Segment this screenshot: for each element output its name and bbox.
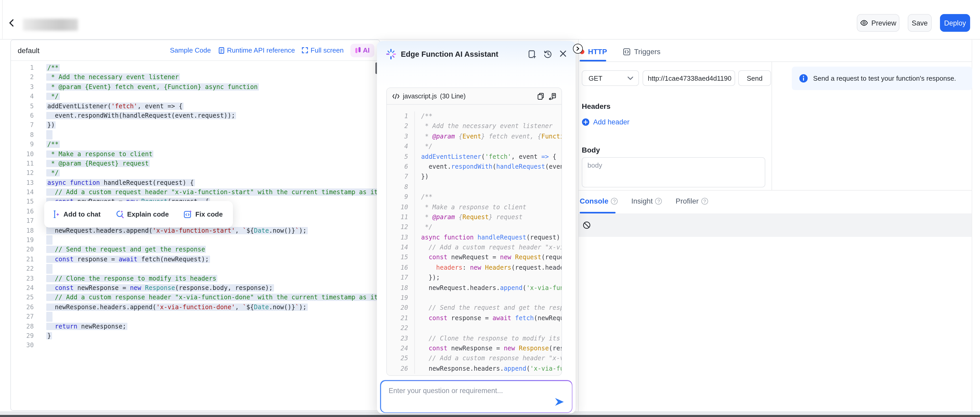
chevron-down-icon <box>627 76 633 80</box>
save-label: Save <box>912 19 928 27</box>
add-header-button[interactable]: Add header <box>582 118 630 126</box>
tab-insight[interactable]: Insight ? <box>631 197 662 205</box>
profiler-tab-label: Profiler <box>676 197 699 205</box>
insert-code-icon[interactable] <box>549 93 556 100</box>
help-icon[interactable]: ? <box>702 198 708 205</box>
editor-tab-default[interactable]: default <box>18 46 40 54</box>
full-screen-link[interactable]: Full screen <box>302 46 344 54</box>
ai-sparkle-icon <box>385 48 397 60</box>
body-section-label: Body <box>582 146 600 154</box>
document-icon <box>218 46 225 54</box>
fix-code-label: Fix code <box>195 210 223 218</box>
ai-bars-icon <box>355 46 361 54</box>
chevron-left-icon <box>6 17 18 29</box>
send-label: Send <box>747 74 763 82</box>
triggers-icon <box>622 48 630 56</box>
fullscreen-icon <box>302 47 309 54</box>
http-method-select[interactable]: GET <box>582 70 639 86</box>
code-card-header: javascript.js (30 Line) <box>387 88 562 105</box>
deploy-label: Deploy <box>944 19 966 27</box>
tab-triggers[interactable]: Triggers <box>622 47 660 56</box>
help-icon[interactable]: ? <box>611 198 617 205</box>
method-value: GET <box>589 74 602 82</box>
info-banner-text: Send a request to test your function's r… <box>813 74 956 82</box>
text-cursor-sparkle-icon <box>51 210 60 219</box>
headers-section-label: Headers <box>582 102 611 110</box>
triggers-tab-label: Triggers <box>634 47 660 56</box>
console-tabs: Console ? Insight ? Profiler ? <box>580 197 708 205</box>
http-tab-label: HTTP <box>588 47 607 56</box>
tab-http[interactable]: HTTP <box>580 47 607 56</box>
explain-code-menu-item[interactable]: Explain code <box>115 210 169 219</box>
new-conversation-icon[interactable] <box>528 50 537 59</box>
request-section-divider <box>772 62 772 190</box>
code-card-line-count: (30 Line) <box>440 93 466 100</box>
tab-console[interactable]: Console ? <box>580 197 617 205</box>
request-tabs: HTTP Triggers <box>580 42 660 61</box>
ai-assistant-title: Edge Function AI Assistant <box>401 50 498 58</box>
code-card-filename: javascript.js <box>403 93 437 100</box>
chevron-right-icon <box>576 46 580 51</box>
assistant-code-card: javascript.js (30 Line) 1/**2 * Add the … <box>386 88 562 376</box>
sample-code-label: Sample Code <box>170 46 211 54</box>
tabs-divider <box>579 61 972 62</box>
left-rail-divider <box>2 0 3 39</box>
magnifier-sparkle-icon <box>115 210 124 219</box>
explain-code-label: Explain code <box>127 210 169 218</box>
plus-circle-icon <box>582 118 590 126</box>
bottom-window-edge <box>0 415 980 417</box>
preview-label: Preview <box>871 19 896 27</box>
runtime-api-reference-label: Runtime API reference <box>227 46 295 54</box>
edge-function-editor-page: Preview Save Deploy default Sample Code … <box>0 0 980 417</box>
assistant-code-block[interactable]: 1/**2 * Add the necessary event listener… <box>387 105 562 376</box>
top-bar: Preview Save Deploy <box>0 0 980 40</box>
add-to-chat-menu-item[interactable]: Add to chat <box>51 210 100 219</box>
request-url-value: http://1cae47338aed4d1190 <box>648 74 732 82</box>
back-button[interactable] <box>6 17 18 29</box>
clear-console-icon[interactable] <box>583 221 590 229</box>
save-button[interactable]: Save <box>908 14 932 32</box>
send-message-icon[interactable] <box>554 396 564 407</box>
send-request-button[interactable]: Send <box>738 70 771 86</box>
fix-code-menu-item[interactable]: Fix code <box>183 210 223 219</box>
add-to-chat-label: Add to chat <box>64 210 100 218</box>
ai-badge-label: AI <box>363 46 370 54</box>
body-textarea[interactable]: body <box>582 157 765 187</box>
sample-code-link[interactable]: Sample Code <box>170 46 211 54</box>
chat-input-placeholder: Enter your question or requirement... <box>389 387 503 395</box>
copy-icon[interactable] <box>537 93 544 100</box>
help-icon[interactable]: ? <box>655 198 662 205</box>
request-url-input[interactable]: http://1cae47338aed4d1190 <box>643 70 735 86</box>
runtime-api-reference-link[interactable]: Runtime API reference <box>218 46 295 54</box>
console-toolbar <box>579 213 972 237</box>
code-file-icon <box>392 93 400 99</box>
chat-input[interactable]: Enter your question or requirement... <box>381 381 572 412</box>
insight-tab-label: Insight <box>631 197 653 205</box>
ai-badge-button[interactable]: AI <box>350 43 374 57</box>
add-header-label: Add header <box>593 118 630 126</box>
chat-input-box: Enter your question or requirement... <box>380 380 573 413</box>
console-tab-label: Console <box>580 197 608 205</box>
info-icon <box>799 74 808 83</box>
preview-button[interactable]: Preview <box>857 14 899 32</box>
deploy-button[interactable]: Deploy <box>940 14 970 32</box>
eye-icon <box>860 19 868 27</box>
tab-profiler[interactable]: Profiler ? <box>676 197 708 205</box>
redacted-function-title <box>23 19 78 31</box>
close-icon[interactable] <box>559 50 568 59</box>
ai-assistant-panel: Edge Function AI Assistant javascript.js <box>377 41 576 413</box>
editor-header: default Sample Code Runtime API referenc… <box>11 40 380 61</box>
code-action-context-menu: Add to chat Explain code Fix code <box>44 201 233 227</box>
console-section-divider <box>579 190 972 190</box>
info-banner: Send a request to test your function's r… <box>792 67 972 90</box>
code-sparkle-icon <box>183 210 192 219</box>
right-gutter-divider <box>972 39 972 411</box>
history-icon[interactable] <box>543 50 553 59</box>
full-screen-label: Full screen <box>311 46 344 54</box>
collapse-panel-button[interactable] <box>573 44 583 54</box>
ai-assistant-header: Edge Function AI Assistant <box>377 41 576 67</box>
body-placeholder: body <box>587 161 602 169</box>
